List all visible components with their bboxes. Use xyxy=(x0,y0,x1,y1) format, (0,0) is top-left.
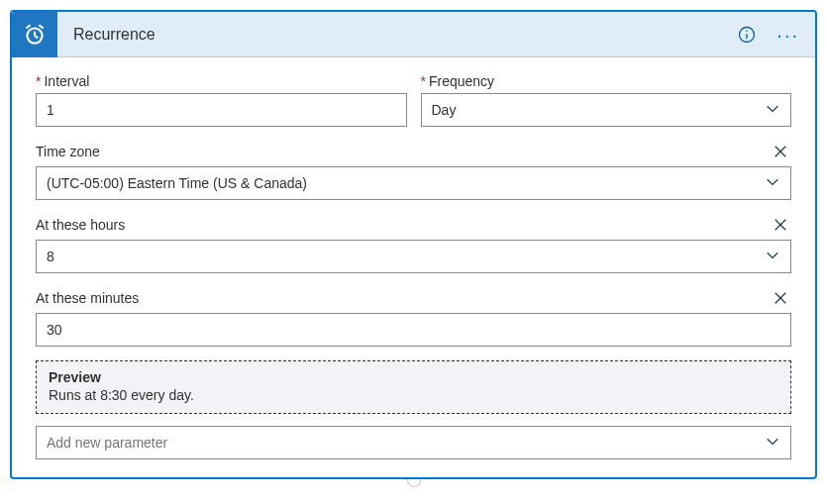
interval-label: * Interval xyxy=(36,73,407,89)
frequency-label: * Frequency xyxy=(421,73,792,89)
remove-minutes-button[interactable] xyxy=(770,287,791,309)
card-body: * Interval * Frequency Time zone xyxy=(12,57,815,477)
timezone-select[interactable] xyxy=(36,166,791,200)
svg-line-4 xyxy=(39,25,43,28)
remove-hours-button[interactable] xyxy=(770,214,791,236)
timezone-label: Time zone xyxy=(36,144,100,159)
preview-box: Preview Runs at 8:30 every day. xyxy=(36,360,791,414)
recurrence-card: Recurrence ··· * Interval * Frequen xyxy=(10,10,817,479)
connector xyxy=(10,479,817,487)
card-title: Recurrence xyxy=(73,26,737,44)
required-marker: * xyxy=(36,73,41,89)
svg-point-7 xyxy=(746,30,748,32)
svg-line-3 xyxy=(26,25,30,28)
required-marker: * xyxy=(421,73,426,89)
hours-select[interactable] xyxy=(36,240,791,273)
card-header: Recurrence ··· xyxy=(12,12,815,57)
clock-icon xyxy=(12,12,57,57)
hours-label: At these hours xyxy=(36,217,125,233)
preview-title: Preview xyxy=(49,369,778,385)
svg-line-2 xyxy=(35,36,38,38)
more-menu-button[interactable]: ··· xyxy=(771,25,805,45)
minutes-label: At these minutes xyxy=(36,290,139,306)
minutes-input[interactable] xyxy=(36,313,791,347)
info-icon[interactable] xyxy=(737,25,757,45)
interval-input[interactable] xyxy=(36,93,407,127)
preview-text: Runs at 8:30 every day. xyxy=(49,387,778,403)
remove-timezone-button[interactable] xyxy=(770,141,791,162)
add-parameter-select[interactable] xyxy=(36,426,791,459)
frequency-select[interactable] xyxy=(421,93,792,127)
